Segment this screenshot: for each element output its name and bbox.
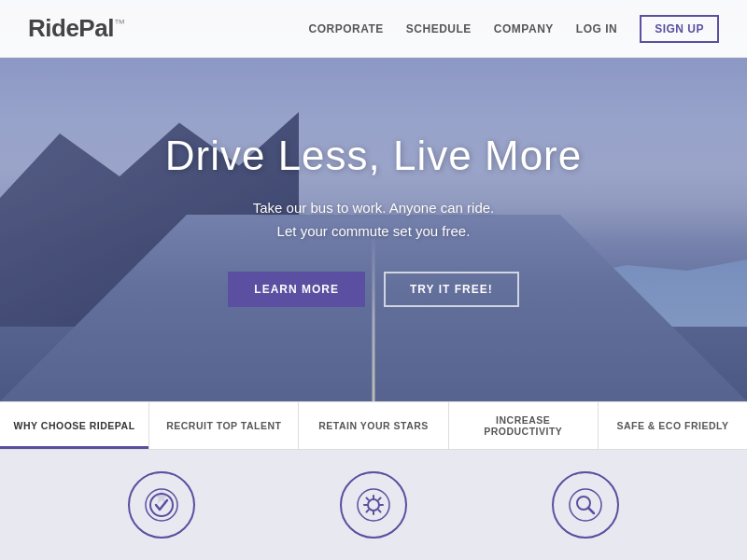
tab-safe-eco[interactable]: SAFE & ECO FRIEDLY	[599, 402, 747, 449]
navigation: CORPORATE SCHEDULE COMPANY LOG IN SIGN U…	[309, 15, 719, 43]
nav-company[interactable]: COMPANY	[494, 22, 554, 35]
hero-subtitle-line1: Take our bus to work. Anyone can ride.	[253, 200, 494, 216]
tabs-bar: WHY CHOOSE RIDEPAL RECRUIT TOP TALENT RE…	[0, 401, 747, 450]
logo-tm: ™	[114, 17, 125, 30]
svg-line-6	[588, 508, 594, 513]
nav-corporate[interactable]: CORPORATE	[309, 22, 384, 35]
signup-button[interactable]: SIGN UP	[640, 15, 719, 43]
feature-icon-search	[552, 471, 619, 539]
hero-subtitle-line2: Let your commute set you free.	[277, 223, 471, 239]
logo-text: RidePal	[28, 14, 114, 42]
search-icon	[568, 487, 603, 523]
try-free-button[interactable]: TRY IT FREE!	[384, 272, 519, 307]
hero-section: Drive Less, Live More Take our bus to wo…	[0, 0, 747, 401]
tab-recruit[interactable]: RECRUIT TOP TALENT	[149, 402, 299, 449]
tab-productivity[interactable]: INCREASE PRODUCTIVITY	[449, 402, 599, 449]
feature-icon-gear	[340, 471, 407, 539]
gear-settings-icon	[356, 487, 391, 523]
svg-point-3	[358, 489, 389, 521]
hero-subtitle: Take our bus to work. Anyone can ride. L…	[165, 196, 582, 244]
tab-why-ridepal[interactable]: WHY CHOOSE RIDEPAL	[0, 402, 149, 449]
features-section	[0, 450, 747, 560]
hero-content: Drive Less, Live More Take our bus to wo…	[165, 133, 582, 307]
svg-point-4	[570, 489, 601, 521]
hero-title: Drive Less, Live More	[165, 133, 582, 179]
header: RidePal™ CORPORATE SCHEDULE COMPANY LOG …	[0, 0, 747, 58]
logo[interactable]: RidePal™	[28, 14, 124, 43]
nav-login[interactable]: LOG IN	[576, 22, 617, 35]
badge-check-icon	[144, 487, 179, 523]
hero-buttons: LEARN MORE TRY IT FREE!	[165, 272, 582, 307]
tab-retain[interactable]: RETAIN YOUR STARS	[299, 402, 448, 449]
nav-schedule[interactable]: SCHEDULE	[406, 22, 472, 35]
learn-more-button[interactable]: LEARN MORE	[228, 272, 365, 307]
feature-icon-badge	[128, 471, 195, 539]
